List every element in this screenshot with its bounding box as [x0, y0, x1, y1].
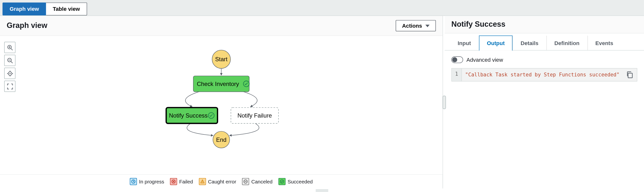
tab-input[interactable]: Input: [450, 35, 479, 50]
crosshair-icon: [7, 70, 13, 76]
legend: In progress Failed Caught error Canceled: [0, 174, 442, 188]
in-progress-icon: [130, 178, 137, 185]
horizontal-resize-handle[interactable]: [0, 188, 644, 192]
canceled-icon: [242, 178, 249, 185]
grip-icon: [316, 190, 328, 192]
advanced-view-row: Advanced view: [451, 56, 637, 63]
caret-down-icon: [425, 24, 430, 27]
tab-details[interactable]: Details: [513, 35, 546, 50]
details-body: Advanced view 1 "Callback Task started b…: [445, 50, 644, 87]
node-start[interactable]: Start: [212, 50, 230, 69]
details-panel-header: Notify Success: [445, 16, 644, 34]
code-line-number: 1: [452, 69, 462, 81]
node-notify-success[interactable]: Notify Success: [166, 107, 218, 123]
tab-output[interactable]: Output: [479, 35, 512, 50]
view-tabs: Graph view Table view: [0, 0, 644, 16]
legend-caught-error: Caught error: [199, 178, 236, 185]
expand-icon: [7, 83, 13, 89]
node-notify-failure[interactable]: Notify Failure: [231, 107, 278, 123]
workflow-svg: Start Check Inventory Notify Success: [0, 36, 442, 174]
copy-icon[interactable]: [626, 71, 634, 79]
svg-text:Check Inventory: Check Inventory: [197, 81, 239, 87]
node-check-inventory[interactable]: Check Inventory: [194, 76, 249, 92]
center-button[interactable]: [4, 68, 16, 79]
svg-line-5: [11, 61, 12, 63]
graph-canvas[interactable]: Start Check Inventory Notify Success: [0, 36, 442, 174]
node-end[interactable]: End: [213, 131, 230, 148]
zoom-in-button[interactable]: [4, 42, 16, 53]
succeeded-icon: [278, 178, 286, 185]
caught-error-icon: [199, 178, 206, 185]
output-code-block: 1 "Callback Task started by Step Functio…: [451, 68, 637, 82]
svg-line-1: [11, 48, 12, 50]
legend-canceled: Canceled: [242, 178, 272, 185]
details-panel: Notify Success Input Output Details Defi…: [445, 16, 644, 189]
zoom-out-button[interactable]: [4, 55, 16, 66]
advanced-view-label: Advanced view: [466, 57, 503, 63]
svg-point-8: [9, 73, 10, 74]
main-split: Graph view Actions: [0, 16, 644, 189]
failed-icon: [170, 178, 177, 185]
code-content: "Callback Task started by Step Functions…: [465, 72, 620, 78]
svg-text:Notify Failure: Notify Failure: [238, 112, 272, 119]
toggle-knob: [452, 57, 457, 62]
graph-panel-header: Graph view Actions: [0, 16, 442, 36]
details-panel-title: Notify Success: [451, 20, 505, 29]
tab-graph-view[interactable]: Graph view: [2, 2, 46, 15]
actions-button-label: Actions: [402, 22, 422, 29]
svg-rect-34: [628, 73, 632, 78]
tab-definition[interactable]: Definition: [546, 35, 587, 50]
legend-succeeded: Succeeded: [278, 178, 313, 185]
tab-events[interactable]: Events: [587, 35, 621, 50]
tab-table-view[interactable]: Table view: [46, 2, 87, 15]
svg-text:End: End: [216, 136, 226, 143]
legend-in-progress: In progress: [130, 178, 164, 185]
graph-panel: Graph view Actions: [0, 16, 443, 189]
graph-panel-title: Graph view: [7, 21, 47, 30]
advanced-view-toggle[interactable]: [451, 56, 463, 63]
fullscreen-button[interactable]: [4, 81, 16, 92]
zoom-out-icon: [7, 58, 13, 63]
legend-failed: Failed: [170, 178, 193, 185]
zoom-in-icon: [7, 45, 13, 50]
zoom-controls: [4, 42, 16, 92]
vertical-resize-handle[interactable]: [443, 16, 445, 189]
details-tabs: Input Output Details Definition Events: [445, 35, 644, 50]
actions-button[interactable]: Actions: [396, 20, 436, 31]
svg-point-30: [202, 182, 202, 183]
svg-text:Notify Success: Notify Success: [169, 112, 208, 119]
svg-text:Start: Start: [215, 56, 228, 62]
